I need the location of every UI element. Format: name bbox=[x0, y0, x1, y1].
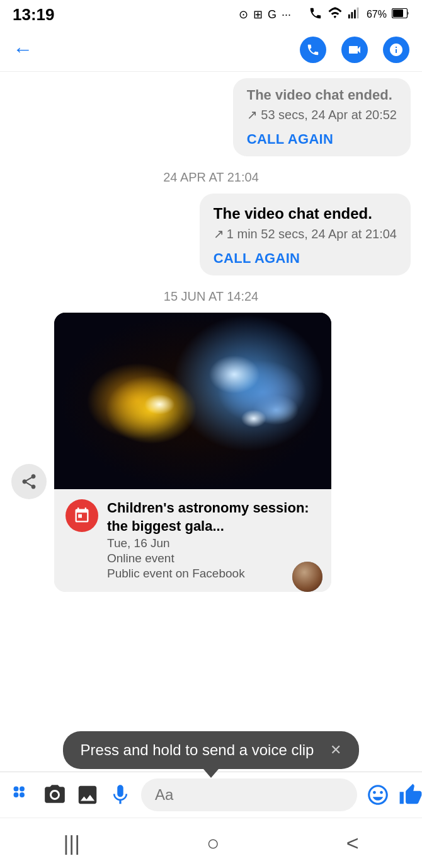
grid-icon: ⊞ bbox=[253, 8, 263, 21]
call2-meta: ↗ 1 min 52 secs, 24 Apr at 21:04 bbox=[214, 226, 397, 241]
home-button[interactable]: ○ bbox=[188, 825, 239, 862]
info-button[interactable] bbox=[383, 37, 409, 63]
google-icon: G bbox=[268, 8, 277, 21]
share-button[interactable] bbox=[11, 464, 47, 499]
more-icon: ··· bbox=[282, 8, 291, 21]
phone-call-button[interactable] bbox=[300, 37, 326, 63]
call2-title: The video chat ended. bbox=[214, 205, 397, 223]
status-time: 13:19 bbox=[13, 5, 55, 25]
camera-button[interactable] bbox=[43, 783, 67, 807]
svg-point-6 bbox=[14, 787, 19, 792]
toast-text: Press and hold to send a voice clip bbox=[81, 741, 314, 759]
date-separator-2: 15 JUN AT 14:24 bbox=[0, 289, 422, 304]
svg-rect-5 bbox=[393, 9, 403, 17]
event-image bbox=[54, 313, 331, 489]
date-separator-1: 24 APR AT 21:04 bbox=[0, 170, 422, 185]
event-name: Children's astronomy session: the bigges… bbox=[107, 499, 320, 535]
call2-bubble: The video chat ended. ↗ 1 min 52 secs, 2… bbox=[200, 194, 411, 275]
svg-point-9 bbox=[20, 792, 25, 797]
wifi-icon bbox=[328, 6, 343, 24]
partial-call-title: The video chat ended. bbox=[247, 87, 397, 103]
event-info: Children's astronomy session: the bigges… bbox=[54, 489, 331, 592]
back-button[interactable]: ← bbox=[13, 38, 33, 61]
photo-button[interactable] bbox=[76, 783, 100, 807]
call2-duration: 1 min 52 secs, 24 Apr at 21:04 bbox=[227, 227, 397, 241]
svg-rect-2 bbox=[354, 9, 356, 18]
header-left: ← bbox=[13, 38, 33, 61]
thumbs-up-button[interactable] bbox=[399, 783, 422, 807]
emoji-button[interactable] bbox=[366, 783, 390, 807]
status-bar: 13:19 ⊙ ⊞ G ··· 67% bbox=[0, 0, 422, 28]
apps-button[interactable] bbox=[10, 783, 34, 807]
back-nav-button[interactable]: < bbox=[328, 825, 378, 862]
svg-point-7 bbox=[20, 787, 25, 792]
toast-close-button[interactable]: ✕ bbox=[330, 742, 341, 758]
call2-bubble-wrap: The video chat ended. ↗ 1 min 52 secs, 2… bbox=[0, 194, 422, 275]
event-card[interactable]: Children's astronomy session: the bigges… bbox=[54, 313, 331, 592]
battery-indicator: 67% bbox=[367, 9, 387, 20]
signal-icon bbox=[348, 6, 362, 23]
partial-call-bubble-wrap: The video chat ended. ↗ 53 secs, 24 Apr … bbox=[0, 78, 422, 156]
event-source: Public event on Facebook bbox=[107, 567, 320, 581]
event-type: Online event bbox=[107, 552, 320, 565]
toast-arrow bbox=[203, 769, 219, 778]
call-icon bbox=[309, 6, 322, 23]
video-call-button[interactable] bbox=[341, 37, 368, 63]
svg-point-8 bbox=[14, 792, 19, 797]
partial-call-meta: ↗ 53 secs, 24 Apr at 20:52 bbox=[247, 107, 397, 122]
header: ← bbox=[0, 28, 422, 72]
event-calendar-icon bbox=[66, 499, 98, 532]
screen-lock-icon: ⊙ bbox=[239, 8, 248, 21]
toast-wrap: Press and hold to send a voice clip ✕ bbox=[0, 726, 422, 772]
toolbar-row bbox=[10, 778, 412, 811]
call2-arrow: ↗ bbox=[214, 226, 224, 241]
avatar bbox=[292, 562, 322, 592]
svg-rect-0 bbox=[348, 14, 350, 18]
event-date: Tue, 16 Jun bbox=[107, 536, 320, 550]
partial-call-again-button[interactable]: CALL AGAIN bbox=[247, 131, 397, 148]
status-icons: ⊙ ⊞ G ··· 67% bbox=[239, 6, 409, 24]
voice-clip-toast: Press and hold to send a voice clip ✕ bbox=[63, 731, 360, 769]
event-card-wrap: Children's astronomy session: the bigges… bbox=[0, 313, 422, 592]
svg-rect-1 bbox=[351, 12, 353, 18]
recent-apps-button[interactable]: ||| bbox=[45, 825, 100, 862]
input-toolbar bbox=[0, 772, 422, 818]
partial-call-bubble: The video chat ended. ↗ 53 secs, 24 Apr … bbox=[233, 78, 411, 156]
nav-bar: ||| ○ < bbox=[0, 818, 422, 868]
svg-rect-3 bbox=[357, 7, 359, 18]
header-actions bbox=[300, 37, 409, 63]
battery-icon bbox=[392, 8, 409, 21]
event-card-container: Children's astronomy session: the bigges… bbox=[54, 313, 331, 592]
call2-again-button[interactable]: CALL AGAIN bbox=[214, 250, 397, 267]
message-input[interactable] bbox=[141, 778, 357, 811]
chat-area: The video chat ended. ↗ 53 secs, 24 Apr … bbox=[0, 72, 422, 726]
event-details: Children's astronomy session: the bigges… bbox=[107, 499, 320, 581]
mic-button[interactable] bbox=[108, 783, 132, 807]
